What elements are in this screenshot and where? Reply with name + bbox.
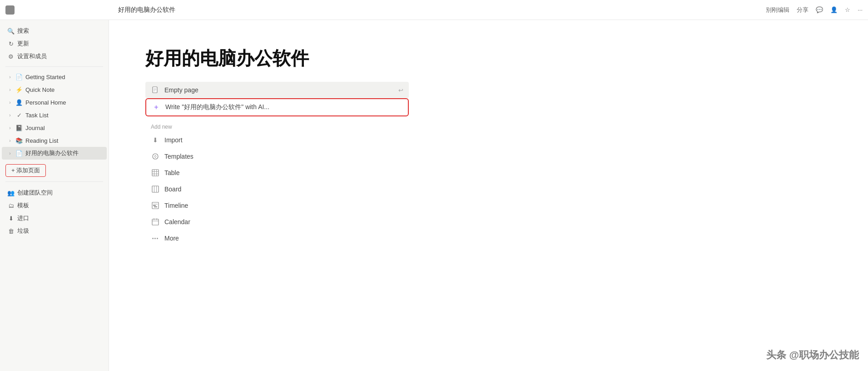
more-option[interactable]: ••• More [145, 230, 409, 246]
empty-page-option[interactable]: Empty page ↩ [145, 82, 409, 98]
sidebar-quick-note-label: Quick Note [25, 86, 101, 93]
reading-list-icon: 📚 [15, 137, 23, 144]
svg-rect-15 [153, 205, 156, 206]
timeline-option[interactable]: Timeline [145, 197, 409, 214]
sidebar-item-search[interactable]: 🔍 搜索 [2, 25, 107, 37]
empty-page-label: Empty page [164, 86, 394, 94]
chevron-icon: › [7, 87, 13, 92]
svg-rect-5 [152, 170, 159, 176]
sidebar-templates-label: 模板 [17, 201, 101, 210]
import-option[interactable]: ⬇ Import [145, 132, 409, 148]
import-label: Import [164, 136, 403, 144]
sidebar-item-update[interactable]: ↻ 更新 [2, 37, 107, 50]
quick-note-icon: ⚡ [15, 86, 23, 93]
journal-icon: 📓 [15, 124, 23, 131]
update-icon: ↻ [7, 40, 15, 47]
sidebar-import-label: 进口 [17, 214, 101, 222]
chevron-icon: › [7, 112, 13, 118]
app-logo [5, 5, 15, 15]
sidebar-item-settings[interactable]: ⚙ 设置和成员 [2, 50, 107, 63]
sidebar-personal-home-label: Personal Home [25, 99, 101, 106]
doc-icon: 📄 [15, 73, 23, 80]
board-label: Board [164, 186, 403, 193]
calendar-option[interactable]: Calendar [145, 214, 409, 230]
comment-icon[interactable]: 💬 [816, 6, 823, 13]
sidebar-item-templates[interactable]: 🗂 模板 [2, 199, 107, 212]
board-icon [151, 185, 160, 194]
sidebar-divider-1 [5, 66, 103, 67]
sidebar-footer: 👥 创建团队空间 🗂 模板 ⬇ 进口 🗑 垃圾 [0, 185, 109, 239]
sidebar-item-getting-started[interactable]: › 📄 Getting Started [2, 70, 107, 83]
sidebar-trash-label: 垃圾 [17, 227, 101, 235]
ai-write-option[interactable]: + Write "好用的电脑办公软件" with AI... [145, 98, 409, 116]
sidebar-top-actions: 🔍 搜索 ↻ 更新 ⚙ 设置和成员 [0, 24, 109, 64]
topbar-center: 好用的电脑办公软件 [114, 6, 766, 14]
sidebar-nav: › 📄 Getting Started › ⚡ Quick Note › 👤 P… [0, 70, 109, 160]
sidebar-item-task-list[interactable]: › ✓ Task List [2, 109, 107, 121]
sidebar-search-label: 搜索 [17, 27, 101, 35]
chevron-icon: › [7, 125, 13, 130]
topbar-page-title: 好用的电脑办公软件 [118, 6, 175, 14]
settings-icon: ⚙ [7, 53, 15, 60]
add-new-label: Add new [145, 118, 832, 132]
svg-rect-10 [152, 186, 159, 192]
sidebar-settings-label: 设置和成员 [17, 52, 101, 60]
svg-point-4 [153, 154, 158, 159]
table-icon [151, 168, 160, 177]
import-icon: ⬇ [7, 215, 15, 222]
calendar-label: Calendar [164, 218, 403, 226]
sidebar-journal-label: Journal [25, 125, 101, 131]
sidebar-item-reading-list[interactable]: › 📚 Reading List [2, 134, 107, 147]
star-icon[interactable]: ☆ [845, 6, 850, 13]
table-label: Table [164, 169, 403, 176]
chevron-icon: › [7, 74, 13, 80]
sidebar-item-create-team[interactable]: 👥 创建团队空间 [2, 186, 107, 199]
chevron-icon: › [7, 138, 13, 143]
sidebar-item-quick-note[interactable]: › ⚡ Quick Note [2, 83, 107, 96]
share-action[interactable]: 分享 [797, 6, 808, 14]
sidebar: 🔍 搜索 ↻ 更新 ⚙ 设置和成员 › 📄 Getting Started › [0, 20, 109, 371]
sidebar-current-page-label: 好用的电脑办公软件 [25, 149, 101, 157]
sidebar-reading-list-label: Reading List [25, 137, 101, 144]
topbar-left [5, 5, 114, 15]
current-page-icon: 📄 [15, 150, 23, 157]
templates-icon: 🗂 [7, 202, 15, 209]
board-option[interactable]: Board [145, 181, 409, 197]
templates-icon [151, 152, 160, 161]
add-page-section: + 添加页面 [0, 162, 109, 179]
sidebar-item-import[interactable]: ⬇ 进口 [2, 212, 107, 225]
templates-option[interactable]: Templates [145, 148, 409, 165]
svg-rect-17 [152, 219, 159, 225]
timeline-icon [151, 201, 160, 210]
edit-action[interactable]: 别刚编辑 [766, 6, 789, 14]
add-page-button[interactable]: + 添加页面 [5, 164, 46, 177]
create-team-icon: 👥 [7, 189, 15, 196]
svg-rect-16 [154, 206, 157, 207]
topbar-right: 别刚编辑 分享 💬 👤 ☆ ··· [766, 6, 863, 14]
personal-home-icon: 👤 [15, 99, 23, 106]
sidebar-create-team-label: 创建团队空间 [17, 189, 101, 197]
ai-write-label: Write "好用的电脑办公软件" with AI... [165, 103, 402, 111]
import-icon: ⬇ [151, 135, 160, 145]
sidebar-task-list-label: Task List [25, 112, 101, 119]
sidebar-item-current-page[interactable]: › 📄 好用的电脑办公软件 [2, 147, 107, 160]
page-heading: 好用的电脑办公软件 [145, 47, 832, 69]
ai-write-icon: + [152, 103, 161, 112]
sidebar-update-label: 更新 [17, 40, 101, 48]
main-layout: 🔍 搜索 ↻ 更新 ⚙ 设置和成员 › 📄 Getting Started › [0, 20, 868, 371]
table-option[interactable]: Table [145, 165, 409, 181]
trash-icon: 🗑 [7, 227, 15, 235]
calendar-icon [151, 217, 160, 226]
topbar: 好用的电脑办公软件 别刚编辑 分享 💬 👤 ☆ ··· [0, 0, 868, 20]
chevron-icon: › [7, 150, 13, 156]
sidebar-getting-started-label: Getting Started [25, 74, 101, 80]
chevron-icon: › [7, 100, 13, 105]
user-icon[interactable]: 👤 [830, 6, 838, 13]
sidebar-item-personal-home[interactable]: › 👤 Personal Home [2, 96, 107, 109]
task-list-icon: ✓ [15, 111, 23, 119]
sidebar-item-trash[interactable]: 🗑 垃圾 [2, 225, 107, 237]
content-area: 好用的电脑办公软件 Empty page ↩ + Write "好用的电脑办公软… [109, 20, 868, 371]
sidebar-item-journal[interactable]: › 📓 Journal [2, 121, 107, 134]
more-icon[interactable]: ··· [858, 6, 863, 13]
sidebar-divider-2 [5, 181, 103, 182]
